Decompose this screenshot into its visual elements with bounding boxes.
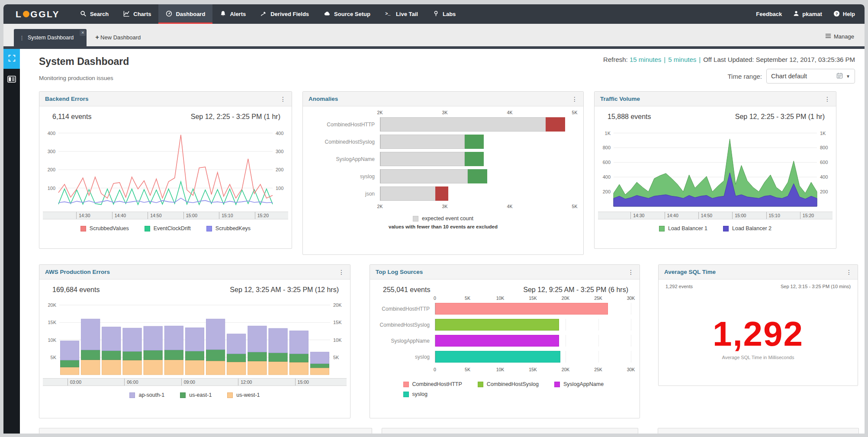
events-count: 255,041 events — [383, 286, 430, 294]
legend-label: syslog — [412, 391, 428, 397]
left-sidebar — [3, 49, 20, 434]
expand-dashboard-button[interactable] — [3, 49, 20, 69]
svg-text:100: 100 — [276, 186, 283, 191]
nav-item-dashboard[interactable]: Dashboard — [158, 4, 212, 24]
x-tick-label: 3K — [442, 204, 448, 209]
refresh-5-link[interactable]: 5 minutes — [668, 56, 696, 63]
row-label: CombinedHostHTTP — [303, 122, 380, 128]
layout-panel-button[interactable] — [3, 69, 20, 91]
x-axis: 05K10K15K20K25K30K — [435, 367, 631, 374]
svg-text:15K: 15K — [48, 320, 56, 325]
legend-label: CombinedHostHTTP — [412, 381, 462, 387]
x-axis-band: 03:0006:0009:0012:0015:00 — [43, 378, 347, 386]
nav-item-source-setup[interactable]: Source Setup — [316, 4, 378, 24]
kebab-menu-icon[interactable]: ⋮ — [846, 269, 852, 275]
nav-item-label: Derived Fields — [270, 11, 309, 17]
manage-button[interactable]: Manage — [825, 33, 854, 40]
panel-title: Top Log Sources — [376, 269, 423, 275]
bar — [435, 303, 608, 315]
row-label: syslog — [303, 174, 380, 180]
svg-text:1K: 1K — [605, 131, 611, 136]
new-dashboard-button[interactable]: +New Dashboard — [95, 33, 141, 41]
refresh-off-label[interactable]: Off — [703, 56, 712, 63]
x-tick-label: 09:00 — [181, 379, 195, 386]
legend-label: ScrubbedKeys — [215, 225, 251, 231]
panel-title: Average SQL Time — [664, 269, 716, 275]
app-window: LGGLY SearchChartsDashboardAlertsDerived… — [3, 4, 865, 434]
time-range-label: Time range: — [728, 73, 762, 80]
legend-swatch — [145, 226, 150, 231]
plus-icon: + — [95, 33, 99, 41]
panel-stub — [39, 428, 372, 434]
page-title: System Dashboard — [39, 56, 129, 67]
legend-label: us-east-1 — [189, 392, 212, 398]
loggly-logo[interactable]: LGGLY — [3, 4, 73, 24]
nav-item-search[interactable]: Search — [73, 4, 116, 24]
legend-swatch — [180, 392, 186, 398]
tab-system-dashboard[interactable]: ⋮ System Dashboard × — [14, 29, 87, 46]
manage-list-icon — [825, 33, 831, 40]
separator: | — [664, 56, 665, 63]
help-icon: ? — [833, 10, 840, 18]
nav-item-charts[interactable]: Charts — [116, 4, 158, 24]
help-link[interactable]: ?Help — [833, 10, 855, 18]
svg-text:20K: 20K — [48, 302, 56, 308]
kebab-menu-icon[interactable]: ⋮ — [338, 269, 344, 275]
legend-swatch — [403, 392, 409, 397]
x-axis-band: 14:3014:4014:5015:0015:1015:20 — [598, 212, 833, 219]
time-range-caption: Sep 12, 2:25 - 3:25 PM (1 hr) — [191, 113, 280, 121]
refresh-15-link[interactable]: 15 minutes — [630, 56, 661, 63]
nav-item-alerts[interactable]: Alerts — [212, 4, 253, 24]
user-icon — [793, 10, 799, 18]
nav-items: SearchChartsDashboardAlertsDerived Field… — [73, 4, 756, 24]
close-tab-icon[interactable]: × — [80, 30, 86, 36]
x-tick-label: 25K — [594, 367, 602, 372]
x-tick-label: 14:50 — [148, 212, 161, 219]
time-range-caption: Sep 12, 3:25 AM - 3:25 PM (12 hrs) — [230, 286, 339, 294]
legend-label: EventClockDrift — [154, 225, 191, 231]
svg-text:>_: >_ — [385, 11, 391, 16]
nav-item-derived-fields[interactable]: Derived Fields — [253, 4, 316, 24]
new-dashboard-label: New Dashboard — [100, 34, 141, 41]
user-menu[interactable]: pkamat — [793, 10, 822, 18]
x-tick-label: 15:10 — [219, 212, 233, 219]
x-tick-label: 14:40 — [665, 212, 678, 219]
x-tick-label: 15:00 — [295, 379, 309, 386]
manage-label: Manage — [834, 33, 854, 40]
nav-item-live-tail[interactable]: >_Live Tail — [378, 4, 425, 24]
calendar-icon — [836, 72, 843, 80]
footnote: values with fewer than 10 events are exc… — [303, 224, 583, 229]
x-tick-label: 15:00 — [183, 212, 197, 219]
nav-item-labs[interactable]: Labs — [425, 4, 463, 24]
legend-swatch — [554, 382, 560, 387]
svg-text:400: 400 — [48, 131, 55, 136]
kebab-menu-icon[interactable]: ⋮ — [280, 96, 286, 102]
bar — [435, 351, 560, 363]
time-range-select[interactable]: Chart default ▼ — [766, 69, 855, 84]
x-tick-label: 15:10 — [766, 212, 780, 219]
panel-top-log-sources: Top Log Sources⋮ 255,041 eventsSep 12, 9… — [370, 264, 640, 418]
panel-average-sql-time: Average SQL Time⋮ 1,292 eventsSep 12, 3:… — [658, 264, 858, 386]
legend-label: SyslogAppName — [563, 381, 604, 387]
feedback-link[interactable]: Feedback — [756, 11, 782, 17]
svg-text:200: 200 — [603, 189, 611, 194]
dashboard-icon — [166, 10, 172, 18]
x-tick-label: 06:00 — [124, 379, 138, 386]
anomaly-row: syslog — [303, 169, 575, 183]
drag-handle-icon[interactable]: ⋮ — [19, 35, 24, 41]
kebab-menu-icon[interactable]: ⋮ — [628, 269, 634, 275]
kebab-menu-icon[interactable]: ⋮ — [824, 96, 830, 102]
legend-item: SyslogAppName — [554, 381, 604, 387]
kebab-menu-icon[interactable]: ⋮ — [572, 96, 578, 102]
search-icon — [80, 10, 87, 18]
bar-track — [435, 319, 631, 331]
anomaly-row: SyslogAppName — [303, 152, 575, 166]
x-tick-label: 15K — [529, 367, 537, 372]
x-tick-label: 5K — [465, 367, 470, 372]
dashboard-tab-bar: ⋮ System Dashboard × +New Dashboard Mana… — [3, 24, 865, 46]
live-tail-icon: >_ — [385, 11, 392, 18]
legend-swatch — [413, 216, 418, 222]
panel-title: Anomalies — [309, 96, 338, 102]
x-tick-label: 20K — [562, 296, 570, 301]
legend-item: EventClockDrift — [145, 225, 191, 231]
